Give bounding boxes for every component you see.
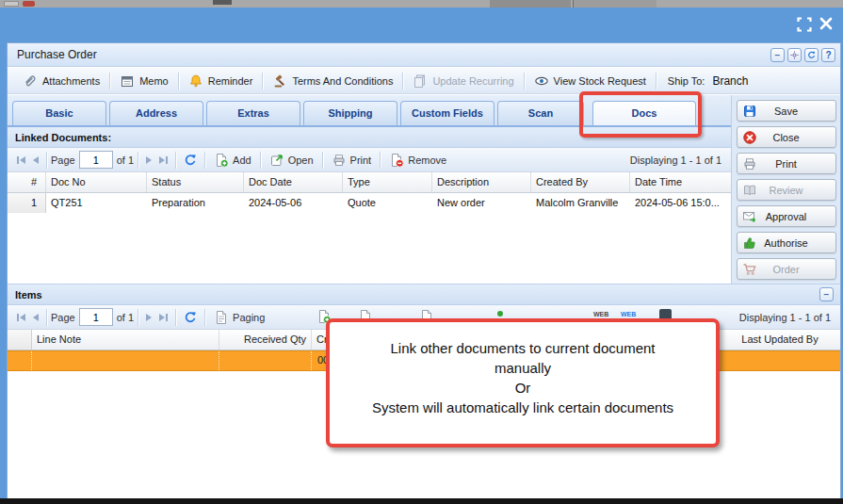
tab-address[interactable]: Address (109, 101, 203, 125)
toolbar-separator (380, 152, 381, 169)
gavel-icon (272, 73, 287, 89)
toolbar-separator (402, 73, 403, 89)
items-title: Items (15, 289, 42, 301)
reminder-button[interactable]: Reminder (183, 71, 259, 91)
page-label: Page (51, 312, 75, 323)
toolbar-separator (138, 152, 138, 169)
print-grid-button[interactable]: Print (327, 153, 377, 168)
background-fragment-tab (573, 0, 657, 8)
displaying-count: Displaying 1 - 1 of 1 (739, 312, 835, 323)
collapse-items-button[interactable]: − (819, 287, 834, 301)
paperclip-icon (23, 73, 38, 89)
memo-icon (120, 73, 135, 89)
docs-tab-highlight-annotation (579, 91, 702, 138)
tab-shipping[interactable]: Shipping (303, 101, 397, 125)
print-button[interactable]: Print (737, 153, 836, 174)
web-badge-dark[interactable]: WEB (593, 311, 608, 317)
column-header-created-by[interactable]: Created By (531, 172, 630, 192)
prev-page-button[interactable] (29, 156, 42, 164)
doc-no-cell: QT251 (46, 193, 147, 213)
row-num-cell (8, 351, 32, 370)
remove-document-button[interactable]: Remove (384, 153, 451, 168)
annotation-line: System will automatically link certain d… (330, 398, 716, 417)
update-recurring-button[interactable]: Update Recurring (407, 71, 519, 91)
column-header-type[interactable]: Type (343, 172, 432, 192)
column-header-date-time[interactable]: Date Time (630, 172, 731, 192)
bell-icon (188, 73, 203, 89)
tab-basic[interactable]: Basic (12, 101, 106, 125)
purchase-order-dialog: Purchase Order − ? Attachments Mem (7, 42, 841, 500)
column-header-status[interactable]: Status (147, 172, 244, 192)
approval-button[interactable]: Approval (737, 205, 836, 227)
column-header-description[interactable]: Description (432, 172, 531, 192)
page-number-input[interactable] (79, 151, 113, 169)
column-header-last-updated-by[interactable]: Last Updated By (720, 330, 840, 350)
toolbar-separator (109, 73, 110, 89)
toolbar-separator (204, 152, 205, 169)
refresh-button[interactable] (804, 48, 819, 62)
web-badge-blue[interactable]: WEB (621, 311, 636, 317)
column-header-doc-no[interactable]: Doc No (46, 172, 147, 192)
tab-extras[interactable]: Extras (206, 101, 300, 125)
open-document-button[interactable]: Open (265, 153, 318, 168)
attachments-button[interactable]: Attachments (17, 71, 105, 91)
terms-and-conditions-button[interactable]: Terms And Conditions (267, 71, 398, 91)
row-number-cell: 1 (8, 193, 46, 213)
column-header-num[interactable]: # (8, 172, 46, 192)
close-button[interactable]: Close (737, 126, 836, 148)
column-header-doc-date[interactable]: Doc Date (244, 172, 343, 192)
column-header-line-note[interactable]: Line Note (32, 330, 219, 350)
settings-gear-button[interactable] (787, 48, 802, 62)
close-red-icon (742, 130, 757, 145)
floppy-save-icon (742, 104, 757, 119)
column-header-row-num[interactable] (8, 330, 32, 350)
recurring-docs-icon (413, 73, 428, 89)
help-button[interactable]: ? (821, 48, 835, 62)
order-button[interactable]: Order (737, 258, 836, 280)
save-button[interactable]: Save (737, 100, 836, 122)
annotation-line: manually (330, 358, 716, 378)
thumbs-up-icon (742, 236, 757, 251)
close-window-icon[interactable] (819, 16, 835, 33)
column-header-received-qty[interactable]: Received Qty (219, 330, 312, 350)
refresh-grid-button[interactable] (180, 311, 201, 324)
ship-to-value: Branch (712, 74, 748, 88)
view-stock-request-button[interactable]: View Stock Request (528, 71, 652, 91)
paging-button[interactable]: Paging (209, 310, 269, 325)
refresh-grid-button[interactable] (180, 154, 201, 167)
last-page-button[interactable] (155, 156, 171, 164)
toolbar-separator (260, 152, 261, 169)
tab-custom-fields[interactable]: Custom Fields (400, 101, 494, 125)
remove-doc-icon (389, 153, 404, 168)
minimize-button[interactable]: − (770, 48, 785, 62)
last-updated-by-cell (720, 351, 840, 370)
last-page-button[interactable] (155, 314, 171, 321)
first-page-button[interactable] (13, 314, 29, 321)
doc-date-cell: 2024-05-06 (244, 193, 343, 213)
page-of-label: of 1 (117, 154, 134, 166)
add-document-button[interactable]: Add (209, 153, 256, 168)
add-doc-icon (214, 153, 229, 168)
tab-scan[interactable]: Scan (497, 101, 584, 125)
prev-page-button[interactable] (29, 314, 42, 321)
next-page-button[interactable] (142, 314, 155, 321)
review-button[interactable]: Review (737, 179, 836, 201)
annotation-callout: Link other documents to current document… (326, 318, 720, 447)
memo-button[interactable]: Memo (114, 71, 174, 91)
next-page-button[interactable] (142, 156, 155, 164)
bottom-border-strip (0, 498, 843, 504)
toolbar-separator (656, 73, 657, 89)
toolbar-separator (204, 309, 205, 326)
linked-document-row[interactable]: 1 QT251 Preparation 2024-05-06 Quote New… (8, 193, 731, 213)
restore-fullscreen-icon[interactable] (797, 17, 812, 32)
ship-to-label: Ship To: (668, 75, 705, 87)
dialog-header: Purchase Order − ? (8, 43, 840, 67)
authorise-button[interactable]: Authorise (737, 232, 836, 253)
cart-icon (742, 262, 757, 277)
page-number-input[interactable] (79, 308, 113, 326)
toolbar-separator (138, 309, 138, 326)
background-fragment (4, 1, 19, 7)
first-page-button[interactable] (13, 156, 29, 164)
created-by-cell: Malcolm Granville (531, 193, 630, 213)
printer-icon (332, 153, 347, 168)
